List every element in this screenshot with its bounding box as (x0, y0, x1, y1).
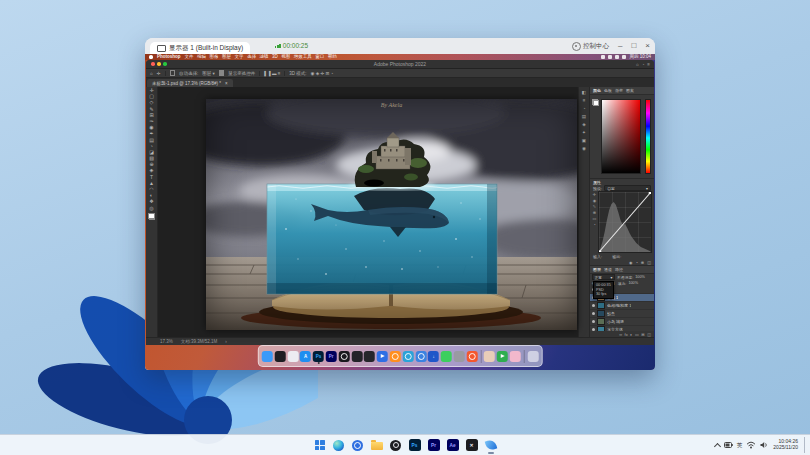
taskbar-file-explorer[interactable] (369, 437, 384, 454)
close-tab-icon[interactable]: × (225, 81, 228, 86)
layer-row[interactable]: 色相/饱和度 1 (590, 302, 654, 310)
layer-visibility-icon[interactable] (592, 304, 595, 307)
dock-dark-game-app[interactable] (364, 351, 375, 362)
taskbar-capture-app[interactable]: ✕ (464, 437, 479, 454)
volume-icon[interactable] (760, 441, 769, 449)
new-layer-icon[interactable]: ⊞ (641, 332, 644, 337)
color-tab-图案[interactable]: 图案 (626, 88, 634, 93)
dock-finder[interactable] (262, 351, 273, 362)
hue-slider[interactable] (645, 99, 651, 174)
layer-mask-icon[interactable]: ◐ (630, 332, 632, 337)
clip-icon[interactable]: ▭ (593, 217, 597, 222)
clone-source-panel-icon[interactable]: ◈ (582, 122, 585, 127)
layer-row[interactable]: 鲸鱼 (590, 310, 654, 318)
dock-downloader[interactable]: ↓ (428, 351, 439, 362)
dock-photos-recent[interactable] (484, 351, 495, 362)
dock-pink-recent[interactable] (510, 351, 521, 362)
transform-checkbox[interactable] (219, 70, 225, 76)
dock-dark-utility[interactable] (275, 351, 286, 362)
fill-value[interactable]: 100% (628, 281, 638, 285)
point-edit-icon[interactable]: ◉ (593, 199, 597, 204)
dock-premiere[interactable]: Pr (326, 351, 337, 362)
dock-photoshop[interactable]: Ps (313, 351, 324, 362)
dock-wechat[interactable] (441, 351, 452, 362)
saturation-square[interactable] (601, 99, 641, 174)
control-center-button[interactable]: 控制中心 (572, 42, 609, 51)
show-desktop-button[interactable] (804, 437, 807, 453)
fg-bg-mini-swatch[interactable] (592, 99, 599, 106)
autoselect-checkbox[interactable] (170, 70, 176, 76)
zoom-tool[interactable]: ◎ (149, 206, 153, 212)
layer-thumbnail[interactable] (597, 310, 605, 317)
dock-video-player[interactable] (377, 351, 388, 362)
dock-launchpad[interactable] (287, 351, 298, 362)
curves-grid[interactable] (598, 191, 652, 253)
battery-icon[interactable] (601, 55, 605, 59)
canvas-area[interactable]: By Akela (158, 87, 578, 337)
layer-thumbnail[interactable] (597, 318, 605, 325)
taskbar-photoshop[interactable]: Ps (407, 437, 422, 454)
taskbar-clock[interactable]: 10:04:26 2025/11/20 (773, 439, 798, 450)
dock-trash[interactable] (527, 351, 538, 362)
taskbar-after-effects[interactable]: Ae (445, 437, 460, 454)
layer-row[interactable]: 小岛 城堡 (590, 318, 654, 326)
align-buttons[interactable]: ▌▐ ▬ ≡ (264, 71, 280, 76)
mode-buttons[interactable]: ◉ ◈ ✛ ⊞ ◔ (311, 71, 334, 76)
layers-tab-图层[interactable]: 图层 (593, 267, 601, 272)
draw-curve-icon[interactable]: ✎ (593, 205, 596, 210)
dock-settings[interactable] (454, 351, 465, 362)
wifi-icon[interactable] (746, 441, 756, 449)
search-icon[interactable] (615, 55, 619, 59)
color-tab-色板[interactable]: 色板 (604, 88, 612, 93)
layers-tab-路径[interactable]: 路径 (615, 267, 623, 272)
taskbar-premiere[interactable]: Pr (426, 437, 441, 454)
wifi-icon[interactable] (608, 55, 612, 59)
delete-layer-icon[interactable]: ◫ (647, 332, 651, 337)
battery-icon[interactable] (724, 441, 733, 449)
home-icon[interactable]: ⌂ (150, 71, 153, 76)
dock-capture-app[interactable] (351, 351, 362, 362)
taskbar-dark-circle-app[interactable] (388, 437, 403, 454)
photoshop-titlebar[interactable]: Adobe Photoshop 2022 ⌂ ◔ ≡ (146, 60, 654, 69)
layer-effects-icon[interactable]: fx (625, 332, 628, 337)
vm-titlebar[interactable]: 显示器 1 (Built-in Display) 00:00:25 控制中心 –… (145, 38, 655, 54)
tray-overflow-chevron-icon[interactable] (714, 442, 721, 449)
opacity-value[interactable]: 100% (635, 275, 645, 279)
layer-thumbnail[interactable] (597, 302, 605, 309)
autoselect-dropdown[interactable]: 图层 ▾ (202, 71, 215, 76)
minimize-button[interactable]: – (618, 42, 622, 50)
dock-edge[interactable] (403, 351, 414, 362)
apple-icon[interactable] (149, 55, 153, 59)
smooth-icon[interactable]: ⊕ (593, 211, 596, 216)
close-button[interactable]: × (645, 42, 650, 50)
dock-app-store[interactable]: A (300, 351, 311, 362)
link-layers-icon[interactable]: ∞ (619, 332, 622, 337)
navigator-panel-icon[interactable]: ▣ (582, 138, 586, 143)
info-panel-icon[interactable]: ✦ (582, 130, 586, 135)
dock-obs[interactable] (339, 351, 350, 362)
properties-tab[interactable]: 属性 (593, 180, 601, 185)
taskbar-search-ring-app[interactable] (350, 437, 365, 454)
timeline-panel-icon[interactable]: ◉ (582, 146, 586, 151)
color-tab-渐变[interactable]: 渐变 (615, 88, 623, 93)
taskbar-edge[interactable] (331, 437, 346, 454)
move-tool-icon[interactable]: ✛ (157, 71, 161, 76)
ime-indicator[interactable]: 英 (737, 442, 743, 449)
adjustment-layer-icon[interactable]: ▭ (635, 332, 639, 337)
libraries-panel-icon[interactable]: ▤ (582, 114, 586, 119)
targeted-adjust-icon[interactable]: ✛ (593, 193, 596, 198)
layers-tab-通道[interactable]: 通道 (604, 267, 612, 272)
layer-visibility-icon[interactable] (592, 312, 595, 315)
layer-visibility-icon[interactable] (592, 320, 595, 323)
control-center-icon[interactable] (622, 55, 626, 59)
history-panel-icon[interactable]: ◧ (582, 90, 586, 95)
adjustments-panel-icon[interactable]: ◔ (583, 106, 586, 111)
zoom-level[interactable]: 17.3% (160, 339, 173, 344)
dock-video-recent[interactable] (497, 351, 508, 362)
dock-music-app[interactable] (466, 351, 477, 362)
taskbar-remote-desktop-feather[interactable] (483, 437, 498, 454)
maximize-button[interactable]: □ (631, 42, 636, 50)
actions-panel-icon[interactable]: ≡ (583, 98, 586, 103)
dock-blue-browser[interactable] (415, 351, 426, 362)
color-tab-颜色[interactable]: 颜色 (593, 88, 601, 93)
